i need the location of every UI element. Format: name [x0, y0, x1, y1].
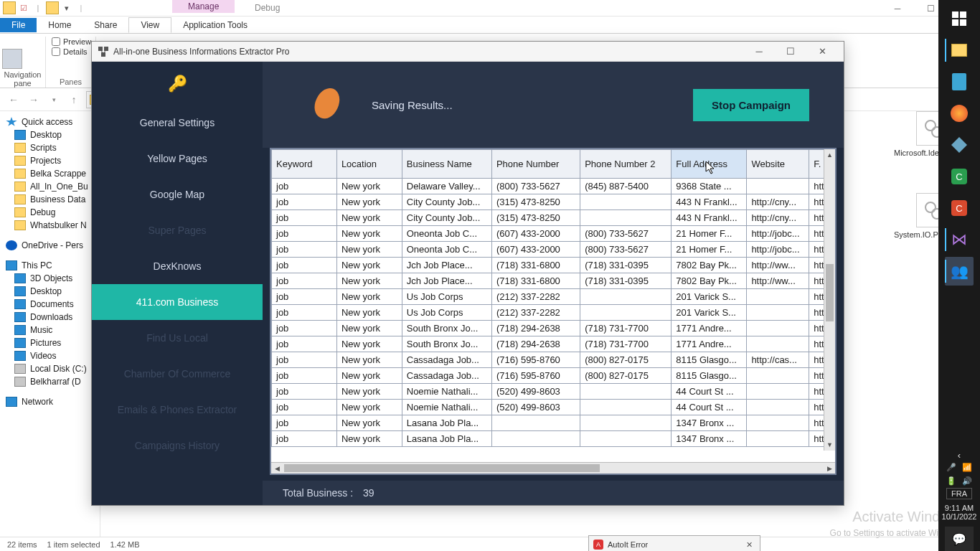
- cell-lo[interactable]: New york: [336, 179, 402, 194]
- cell-ws[interactable]: http://ww...: [747, 258, 809, 273]
- ribbon-tab-share[interactable]: Share: [83, 18, 128, 32]
- qat-props-icon[interactable]: ☑: [17, 1, 30, 14]
- taskbar-camtasia[interactable]: C: [945, 162, 974, 191]
- table-row[interactable]: jobNew yorkCassadaga Job...(716) 595-876…: [272, 352, 835, 368]
- cell-p2[interactable]: (800) 733-5627: [580, 242, 672, 258]
- app-maximize[interactable]: ☐: [775, 42, 806, 62]
- column-header-phone-number[interactable]: Phone Number: [491, 150, 580, 179]
- cell-ws[interactable]: http://cny...: [747, 210, 809, 226]
- sidebar-item-general-settings[interactable]: General Settings: [92, 105, 263, 141]
- cell-fa[interactable]: 1771 Andre...: [672, 321, 747, 336]
- nav-up[interactable]: ↑: [66, 92, 82, 108]
- cell-bn[interactable]: South Bronx Jo...: [402, 321, 491, 336]
- table-row[interactable]: jobNew yorkUs Job Corps(212) 337-2282201…: [272, 289, 835, 305]
- cell-kw[interactable]: job: [272, 273, 337, 289]
- sidebar-item-dexknows[interactable]: DexKnows: [92, 248, 263, 284]
- column-header-phone-number-2[interactable]: Phone Number 2: [580, 150, 672, 179]
- column-header-full-address[interactable]: Full Address: [672, 150, 747, 179]
- table-row[interactable]: jobNew yorkLasana Job Pla...1347 Bronx .…: [272, 415, 835, 431]
- scroll-down-arrow[interactable]: ▼: [824, 439, 835, 451]
- cell-ws[interactable]: http://cny...: [747, 194, 809, 210]
- cell-bn[interactable]: City County Job...: [402, 194, 491, 210]
- cell-kw[interactable]: job: [272, 194, 337, 210]
- cell-fa[interactable]: 201 Varick S...: [672, 289, 747, 305]
- volume-icon[interactable]: 🔊: [962, 476, 972, 486]
- tree-belka[interactable]: Belka Scrappe: [1, 167, 98, 180]
- cell-bn[interactable]: Oneonta Job C...: [402, 226, 491, 242]
- cell-bn[interactable]: Delaware Valley...: [402, 179, 491, 194]
- cell-kw[interactable]: job: [272, 368, 337, 384]
- cell-lo[interactable]: New york: [336, 226, 402, 242]
- cell-p2[interactable]: [580, 210, 672, 226]
- cell-fa[interactable]: 7802 Bay Pk...: [672, 258, 747, 273]
- cell-p2[interactable]: (845) 887-5400: [580, 179, 672, 194]
- ribbon-tab-file[interactable]: File: [0, 18, 37, 32]
- cell-fa[interactable]: 7802 Bay Pk...: [672, 273, 747, 289]
- cell-lo[interactable]: New york: [336, 273, 402, 289]
- table-row[interactable]: jobNew yorkCassadaga Job...(716) 595-876…: [272, 368, 835, 384]
- column-header-keyword[interactable]: Keyword: [272, 150, 337, 179]
- cell-p1[interactable]: (716) 595-8760: [491, 352, 580, 368]
- tree-pictures[interactable]: Pictures: [1, 336, 98, 349]
- autoit-close[interactable]: ✕: [738, 540, 760, 550]
- cell-p2[interactable]: (800) 827-0175: [580, 368, 672, 384]
- cell-ws[interactable]: [747, 415, 809, 431]
- cell-p1[interactable]: (212) 337-2282: [491, 289, 580, 305]
- nav-history[interactable]: ▾: [46, 92, 62, 108]
- taskbar-firefox[interactable]: [945, 99, 974, 128]
- cell-bn[interactable]: City County Job...: [402, 210, 491, 226]
- tree-belkh[interactable]: Belkharraf (D: [1, 375, 98, 388]
- cell-fa[interactable]: 8115 Glasgo...: [672, 352, 747, 368]
- app-close[interactable]: ✕: [806, 42, 838, 62]
- tree-localc[interactable]: Local Disk (C:): [1, 362, 98, 375]
- taskbar-anydesk[interactable]: [945, 131, 974, 159]
- explorer-minimize[interactable]: ─: [881, 0, 914, 17]
- sidebar-item-emails-phones-extractor[interactable]: Emails & Phones Extractor: [92, 392, 263, 428]
- sidebar-item-campaigns-history[interactable]: Campaigns History: [92, 428, 263, 463]
- cell-p1[interactable]: (520) 499-8603: [491, 384, 580, 400]
- cell-p2[interactable]: [580, 194, 672, 210]
- cell-p2[interactable]: [580, 431, 672, 447]
- sidebar-item-yellow-pages[interactable]: Yellow Pages: [92, 141, 263, 176]
- preview-pane-check[interactable]: Preview: [52, 37, 91, 46]
- tree-allinone[interactable]: All_In_One_Bu: [1, 180, 98, 193]
- cell-lo[interactable]: New york: [336, 242, 402, 258]
- tree-this-pc[interactable]: This PC: [1, 259, 98, 272]
- cell-lo[interactable]: New york: [336, 210, 402, 226]
- cell-fa[interactable]: 1771 Andre...: [672, 336, 747, 352]
- clock-date[interactable]: 10/1/2022: [942, 512, 977, 521]
- table-row[interactable]: jobNew yorkSouth Bronx Jo...(718) 294-26…: [272, 321, 835, 336]
- ribbon-tab-view[interactable]: View: [128, 17, 171, 33]
- cell-ws[interactable]: http://cas...: [747, 352, 809, 368]
- cell-ws[interactable]: [747, 431, 809, 447]
- cell-ws[interactable]: [747, 384, 809, 400]
- sidebar-item-411-com-business[interactable]: 411.com Business: [92, 284, 263, 320]
- table-row[interactable]: jobNew yorkJch Job Place...(718) 331-680…: [272, 273, 835, 289]
- qat-overflow[interactable]: ▾: [60, 1, 73, 14]
- tree-3dobjects[interactable]: 3D Objects: [1, 272, 98, 285]
- cell-bn[interactable]: Lasana Job Pla...: [402, 415, 491, 431]
- cell-p2[interactable]: (800) 733-5627: [580, 226, 672, 242]
- tree-debug[interactable]: Debug: [1, 206, 98, 219]
- sidebar-item-google-map[interactable]: Google Map: [92, 176, 263, 212]
- scroll-thumb[interactable]: [284, 464, 600, 472]
- tree-projects[interactable]: Projects: [1, 154, 98, 167]
- app-titlebar[interactable]: All-in-one Business Informations Extract…: [92, 42, 844, 62]
- navigation-pane-label[interactable]: Navigation pane: [4, 70, 42, 88]
- cell-p1[interactable]: (315) 473-8250: [491, 210, 580, 226]
- ribbon-tab-home[interactable]: Home: [37, 18, 83, 32]
- tree-whatsbulker[interactable]: Whatsbulker N: [1, 219, 98, 232]
- cell-lo[interactable]: New york: [336, 415, 402, 431]
- cell-ws[interactable]: [747, 321, 809, 336]
- taskbar-camtasia2[interactable]: C: [945, 194, 974, 222]
- scroll-left-arrow[interactable]: ◀: [271, 463, 283, 474]
- sidebar-item-super-pages[interactable]: Super Pages: [92, 212, 263, 248]
- scroll-right-arrow[interactable]: ▶: [824, 463, 835, 474]
- table-row[interactable]: jobNew yorkJch Job Place...(718) 331-680…: [272, 258, 835, 273]
- cell-p2[interactable]: [580, 384, 672, 400]
- cell-lo[interactable]: New york: [336, 289, 402, 305]
- cell-lo[interactable]: New york: [336, 305, 402, 321]
- table-row[interactable]: jobNew yorkCity County Job...(315) 473-8…: [272, 194, 835, 210]
- cell-fa[interactable]: 21 Homer F...: [672, 226, 747, 242]
- scroll-thumb[interactable]: [826, 264, 834, 321]
